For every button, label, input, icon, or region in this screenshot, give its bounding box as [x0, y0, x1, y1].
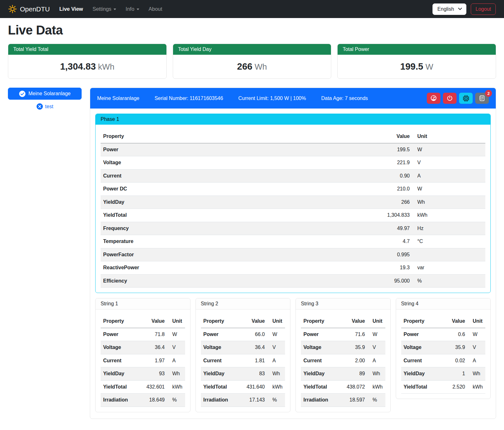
property-cell: Irradiation	[201, 394, 243, 407]
inverter-serial: Serial Number: 116171603546	[154, 96, 223, 101]
property-cell: Power	[201, 328, 243, 341]
value-cell: 221.9	[362, 156, 412, 170]
main-container: Live Data Total Yield Total 1,304.83kWh …	[0, 23, 504, 419]
unit-cell: A	[267, 354, 285, 367]
x-circle-icon	[36, 103, 43, 110]
unit-cell: Wh	[367, 367, 385, 381]
table-row: YieldTotal432.601kWh	[101, 380, 185, 394]
card-title: Total Yield Total	[8, 44, 166, 55]
brand-label: OpenDTU	[20, 5, 50, 13]
table-row: Temperature4.7°C	[101, 235, 485, 248]
event-log-button[interactable]: 2	[475, 93, 489, 104]
sun-icon	[8, 5, 17, 13]
nav-item-label: Info	[126, 6, 134, 12]
card-value: 199.5	[400, 61, 423, 72]
unit-cell: kWh	[412, 209, 485, 222]
property-cell: Power DC	[101, 183, 362, 196]
table-row: Voltage221.9V	[101, 156, 485, 170]
value-cell: 0.02	[443, 354, 468, 367]
table-row: YieldDay1Wh	[401, 367, 486, 381]
table-row: Frequency49.97Hz	[101, 222, 485, 235]
unit-cell: var	[412, 261, 485, 275]
value-cell: 19.3	[362, 261, 412, 275]
power-icon	[446, 95, 453, 102]
unit-cell: W	[367, 328, 385, 341]
inverter-actions: 2	[427, 93, 489, 104]
nav-item-live-view[interactable]: Live View	[59, 6, 83, 12]
unit-cell: W	[412, 183, 485, 196]
value-cell: 1	[443, 367, 468, 381]
brand[interactable]: OpenDTU	[8, 5, 50, 13]
property-cell: YieldTotal	[101, 380, 142, 394]
table-row: YieldDay266Wh	[101, 196, 485, 209]
card-title: Total Power	[338, 44, 496, 55]
property-cell: Current	[101, 169, 362, 183]
nav-item-info[interactable]: Info	[126, 6, 139, 12]
unit-cell: kWh	[468, 380, 485, 394]
table-row: YieldDay83Wh	[201, 367, 285, 381]
nav-item-label: About	[149, 6, 162, 12]
table-row: Voltage36.4V	[201, 341, 285, 354]
language-select[interactable]: English	[432, 3, 466, 15]
unit-cell: A	[167, 354, 185, 367]
column-header-value: Value	[443, 315, 468, 328]
value-cell: 17.143	[242, 394, 267, 407]
inverter-card-header: Meine Solaranlage Serial Number: 1161716…	[90, 88, 496, 109]
cpu-chip-icon	[463, 95, 470, 102]
total-yield-total-card: Total Yield Total 1,304.83kWh	[8, 44, 167, 79]
property-cell: Power	[101, 143, 362, 156]
column-header-property: Property	[301, 315, 343, 328]
unit-cell: A	[367, 354, 385, 367]
logout-button[interactable]: Logout	[471, 3, 496, 15]
value-cell: 1.97	[142, 354, 167, 367]
card-unit: W	[426, 62, 433, 72]
chevron-down-icon	[137, 9, 139, 10]
table-header-row: Property Value Unit	[301, 315, 385, 328]
chevron-down-icon	[458, 6, 462, 12]
unit-cell: Wh	[412, 196, 485, 209]
inverter-test-link[interactable]: test	[36, 103, 53, 110]
value-cell: 266	[362, 196, 412, 209]
nav-links: Live View Settings Info About	[59, 6, 172, 12]
unit-cell: A	[468, 354, 485, 367]
value-cell: 1,304.833	[362, 209, 412, 222]
limit-settings-button[interactable]	[427, 93, 440, 104]
unit-cell: Wh	[267, 367, 285, 381]
table-row: Current0.90A	[101, 169, 485, 183]
property-cell: YieldDay	[201, 367, 243, 381]
table-header-row: Property Value Unit	[101, 315, 185, 328]
table-row: Current1.97A	[101, 354, 185, 367]
table-row: Irradiation18.597%	[301, 394, 385, 407]
unit-cell: kWh	[267, 380, 285, 394]
value-cell: 210.0	[362, 183, 412, 196]
property-cell: Power	[301, 328, 343, 341]
nav-item-settings[interactable]: Settings	[92, 6, 116, 12]
unit-cell: °C	[412, 235, 485, 248]
nav-item-about[interactable]: About	[149, 6, 162, 12]
unit-cell: W	[167, 328, 185, 341]
property-cell: Current	[401, 354, 443, 367]
table-row: Voltage35.9V	[301, 341, 385, 354]
value-cell: 71.6	[343, 328, 368, 341]
property-cell: Current	[301, 354, 343, 367]
power-toggle-button[interactable]	[443, 93, 457, 104]
value-cell: 83	[242, 367, 267, 381]
navbar-right: English Logout	[432, 3, 496, 15]
table-row: Irradiation17.143%	[201, 394, 285, 407]
string-1-card: String 1 Property Value Unit	[95, 298, 190, 412]
chevron-down-icon	[114, 9, 116, 10]
nav-item-label: Live View	[59, 6, 83, 12]
column-header-property: Property	[101, 315, 142, 328]
card-unit: Wh	[255, 62, 267, 72]
total-power-card: Total Power 199.5W	[337, 44, 496, 79]
string-table: Property Value Unit Power0.6WVoltage35.9…	[401, 315, 486, 394]
speedometer-icon	[430, 95, 437, 102]
table-row: Current1.81A	[201, 354, 285, 367]
device-info-button[interactable]	[459, 93, 473, 104]
value-cell: 18.597	[343, 394, 368, 407]
inverter-select-button[interactable]: Meine Solaranlage	[8, 88, 82, 100]
value-cell: 66.0	[242, 328, 267, 341]
property-cell: Power	[401, 328, 443, 341]
property-cell: ReactivePower	[101, 261, 362, 275]
property-cell: YieldDay	[401, 367, 443, 381]
